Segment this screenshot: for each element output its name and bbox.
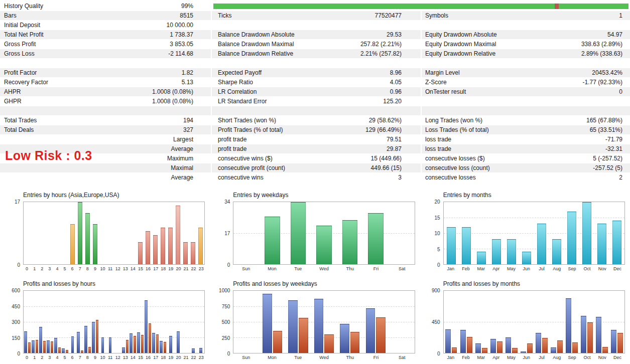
stat-value: 338.63 (2.89%) bbox=[581, 40, 622, 49]
bar-group bbox=[91, 291, 99, 353]
x-tick-label: 14 bbox=[129, 266, 137, 271]
bar bbox=[51, 341, 53, 353]
y-tick-label: 0 bbox=[227, 262, 230, 268]
bar bbox=[376, 317, 386, 353]
stat-value: Maximum bbox=[167, 154, 193, 163]
stat-value: 29.87 bbox=[387, 144, 402, 153]
x-tick-label: 19 bbox=[167, 266, 175, 271]
x-tick-label: Jul bbox=[534, 355, 549, 360]
stats-cell: OnTester result0 bbox=[421, 87, 630, 96]
bar-group bbox=[24, 291, 31, 353]
bar bbox=[138, 242, 143, 264]
plot-area bbox=[233, 202, 415, 265]
bar-group bbox=[54, 291, 61, 353]
bar-group bbox=[233, 202, 259, 264]
y-axis: 0450900 bbox=[420, 290, 443, 353]
bar bbox=[557, 340, 563, 353]
bar-group bbox=[167, 202, 174, 264]
bar bbox=[183, 242, 188, 264]
stats-cell: LR Correlation0.96 bbox=[211, 87, 421, 96]
stat-value: 327 bbox=[183, 125, 193, 134]
y-tick-label: 1000 bbox=[219, 288, 230, 293]
stat-label: Symbols bbox=[425, 11, 448, 20]
x-tick-label: 7 bbox=[76, 355, 84, 360]
stats-cell: Initial Deposit10 000.00 bbox=[0, 21, 211, 30]
stat-label: Bars bbox=[4, 11, 17, 20]
x-tick-label: 18 bbox=[160, 266, 167, 271]
bar bbox=[596, 317, 601, 353]
bar-group bbox=[459, 291, 474, 353]
stat-label: AHPR bbox=[4, 87, 21, 96]
x-tick-label: Aug bbox=[549, 266, 564, 271]
stat-label: consecutive wins bbox=[218, 173, 264, 182]
stat-label: consecutive losses bbox=[425, 173, 476, 182]
chart-title: Entries by months bbox=[443, 192, 630, 200]
x-axis-labels: 01234567891011121314151617181920212223 bbox=[23, 266, 205, 271]
x-tick-label: 2 bbox=[38, 355, 46, 360]
stat-label: Initial Deposit bbox=[4, 21, 40, 30]
bar-group bbox=[84, 291, 91, 353]
bar bbox=[477, 252, 486, 264]
bar-group bbox=[197, 202, 204, 264]
stats-cell: loss trade-71.79 bbox=[421, 135, 630, 144]
bar bbox=[490, 339, 496, 353]
bar bbox=[77, 332, 79, 353]
bar bbox=[109, 337, 111, 353]
x-axis-labels: SunMonTueWedThuFriSat bbox=[233, 355, 415, 360]
x-tick-label: Sat bbox=[389, 355, 415, 360]
x-tick-label: Jan bbox=[443, 355, 458, 360]
bar-group bbox=[519, 202, 534, 264]
bar bbox=[551, 347, 556, 353]
bar-group bbox=[174, 291, 182, 353]
x-tick-label: 17 bbox=[152, 266, 160, 271]
stats-cell: Recovery Factor5.13 bbox=[0, 78, 211, 87]
bar bbox=[199, 348, 202, 353]
bar bbox=[28, 342, 31, 353]
stats-cell: profit trade79.51 bbox=[211, 135, 421, 144]
stat-label: LR Standard Error bbox=[218, 97, 267, 106]
x-tick-label: Wed bbox=[311, 266, 337, 271]
y-tick-label: 17 bbox=[15, 199, 20, 205]
x-tick-label: Tue bbox=[285, 266, 311, 271]
stat-label: Equity Drawdown Maximal bbox=[425, 40, 496, 49]
stat-value: 3 bbox=[398, 173, 402, 182]
y-tick-label: 0 bbox=[437, 262, 440, 268]
bar bbox=[101, 337, 104, 353]
bars-layer bbox=[444, 202, 624, 264]
bar-group bbox=[174, 202, 182, 264]
bar-group bbox=[504, 291, 519, 353]
stats-cell: Balance Drawdown Relative2.21% (257.82) bbox=[211, 49, 421, 58]
x-tick-label: 16 bbox=[145, 355, 152, 360]
stat-label: Equity Drawdown Absolute bbox=[425, 30, 497, 39]
bar-group bbox=[76, 291, 84, 353]
bar bbox=[58, 347, 61, 353]
stat-value: Average bbox=[171, 144, 193, 153]
x-tick-label: 5 bbox=[61, 355, 68, 360]
history-quality-cell: History Quality 99% bbox=[0, 2, 211, 11]
x-tick-label: 5 bbox=[61, 266, 68, 271]
stat-value: 10 000.00 bbox=[167, 21, 193, 30]
x-tick-label: 9 bbox=[91, 266, 99, 271]
bar-group bbox=[121, 202, 129, 264]
stats-cell: Profit Trades (% of total)129 (66.49%) bbox=[211, 125, 421, 134]
bars-layer bbox=[233, 202, 414, 264]
bar-group bbox=[167, 291, 174, 353]
bar bbox=[506, 337, 511, 353]
stat-label: Total Net Profit bbox=[4, 30, 44, 39]
y-tick-label: 5 bbox=[437, 247, 440, 252]
stat-label: profit trade bbox=[218, 144, 246, 153]
stat-label: Total Deals bbox=[4, 125, 34, 134]
stats-cell: Balance Drawdown Maximal257.82 (2.21%) bbox=[211, 40, 421, 49]
bar bbox=[43, 341, 46, 353]
stat-label: Loss Trades (% of total) bbox=[425, 125, 489, 134]
stat-label: Gross Profit bbox=[4, 40, 36, 49]
bar-group bbox=[260, 291, 285, 353]
bar-group bbox=[182, 202, 189, 264]
stat-label: Ticks bbox=[218, 11, 232, 20]
bar-group bbox=[489, 202, 504, 264]
bar bbox=[141, 335, 144, 353]
stat-label: OnTester result bbox=[425, 87, 466, 96]
bar bbox=[617, 333, 623, 353]
bar bbox=[168, 228, 173, 264]
bar bbox=[482, 348, 487, 353]
